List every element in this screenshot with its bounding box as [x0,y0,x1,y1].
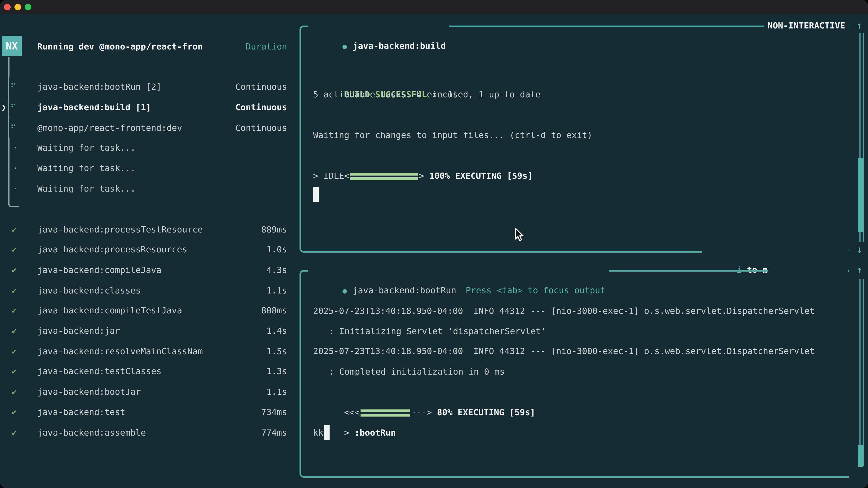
zoom-window-icon[interactable] [25,4,31,10]
task-running-dot-icon: ● [342,287,347,295]
actionable-tasks-line: 5 actionable tasks: 4 executed, 1 up-to-… [313,84,541,105]
close-window-icon[interactable] [4,4,11,10]
prompt-arrow: > [344,428,354,437]
pagination: ← 1/2 → [8,463,86,488]
bootrun-scrollbar-track[interactable] [860,279,864,466]
log-line-continuation: : Completed initialization in 0 ms [329,361,505,382]
progress-close-bracket: > [419,171,424,181]
task-duration: 808ms [204,300,287,321]
check-icon: ✔ [12,382,17,402]
task-label: java-backend:testClasses [37,361,161,381]
scroll-down-icon[interactable]: ↓ [856,449,862,469]
task-duration: 774ms [204,422,287,443]
task-label: java-backend:processTestResource [37,219,203,240]
task-label: java-backend:bootJar [37,382,141,402]
task-label: java-backend:processResources [37,239,187,260]
bootrun-pane-title: java-backend:bootRun [353,285,456,295]
task-duration: 4.3s [204,260,287,280]
task-label: java-backend:test [37,402,125,422]
task-duration: 889ms [204,219,287,240]
duration-column-header: Duration [204,36,287,57]
focus-output-hint: Press <tab> to focus output [466,285,605,295]
progress-bar-fill [350,173,418,180]
check-icon: ✔ [12,422,17,443]
spinner-icon: ⠋ [8,76,18,97]
task-label: @mono-app/react-frontend:dev [37,118,182,138]
log-line: 2025-07-23T13:40:18.950-04:00 INFO 44312… [313,341,815,361]
nx-logo-label: NX [6,40,18,52]
selected-arrow-icon: ❯ [1,97,6,118]
task-status: Continuous [204,118,287,138]
keyboard-hints: quit: q help: ? [204,463,287,488]
pending-dot-icon: · [13,158,18,178]
scroll-up-icon[interactable]: ↑ [856,15,862,36]
task-label: java-backend:bootRun [2] [37,76,161,97]
progress-status-text: 100% EXECUTING [59s] [424,171,532,181]
terminal-cursor [313,187,319,202]
spinner-icon: ⠋ [8,118,18,138]
scroll-down-icon[interactable]: ↓ [856,239,862,260]
check-icon: ✔ [12,300,17,321]
check-icon: ✔ [12,341,17,361]
check-icon: ✔ [12,260,17,280]
pending-dot-icon: · [13,138,18,158]
progress-open-bracket: < [344,171,349,181]
terminal-window: NX Running dev @mono-app/react-fron Dura… [0,0,868,488]
header-border-gap [768,260,848,280]
progress-status-text: 80% EXECUTING [59s] [432,408,535,417]
waiting-label: Waiting for task... [37,158,135,178]
build-pane-title: java-backend:build [353,41,446,51]
idle-line: > IDLE [313,166,344,186]
check-icon: ✔ [12,239,17,260]
task-duration: 1.1s [204,382,287,402]
check-icon: ✔ [12,321,17,341]
task-status: Continuous [204,76,287,97]
task-duration: 1.1s [204,281,287,301]
log-line-continuation: : Initializing Servlet 'dispatcherServle… [329,321,546,341]
non-interactive-badge: NON-INTERACTIVE [764,15,849,36]
check-icon: ✔ [12,219,17,240]
task-label: java-backend:jar [37,321,120,341]
check-icon: ✔ [12,402,17,422]
terminal-cursor [324,425,330,440]
task-label: java-backend:assemble [37,422,146,443]
waiting-label: Waiting for task... [37,178,135,199]
task-status: Continuous [204,97,287,118]
task-duration: 1.0s [204,239,287,260]
check-icon: ✔ [12,281,17,301]
gradle-progress-line-build: <> 100% EXECUTING [59s] [313,145,533,206]
task-label: java-backend:build [1] [37,97,151,118]
screen: NX Running dev @mono-app/react-fron Dura… [0,0,868,488]
window-titlebar [0,0,868,14]
log-line: 2025-07-23T13:40:18.950-04:00 INFO 44312… [313,301,815,321]
spinner-icon: ⠋ [8,97,18,118]
nx-logo: NX [2,36,22,56]
task-duration: 1.4s [204,321,287,341]
task-label: java-backend:resolveMainClassNam [37,341,203,361]
mouse-cursor [511,227,525,243]
waiting-for-changes-line: Waiting for changes to input files... (c… [313,125,592,145]
pending-dot-icon: · [13,178,18,199]
sidebar: NX Running dev @mono-app/react-fron Dura… [0,14,299,488]
task-running-dot-icon: ● [342,42,347,51]
task-label: java-backend:compileJava [37,260,161,280]
scroll-up-icon[interactable]: ↑ [856,260,862,280]
task-duration: 1.3s [204,361,287,381]
prompt-command: :bootRun [354,428,396,437]
waiting-label: Waiting for task... [37,138,135,158]
check-icon: ✔ [12,361,17,381]
task-duration: 734ms [204,402,287,422]
typed-input-text: kk [313,422,323,443]
sidebar-title: Running dev @mono-app/react-fron [37,36,203,57]
task-label: java-backend:classes [37,281,141,301]
build-scrollbar-thumb[interactable] [858,158,864,232]
minimize-window-icon[interactable] [14,4,21,10]
progress-close-bracket: ---> [411,408,432,417]
task-duration: 1.5s [204,341,287,361]
task-label: java-backend:compileTestJava [37,300,182,321]
